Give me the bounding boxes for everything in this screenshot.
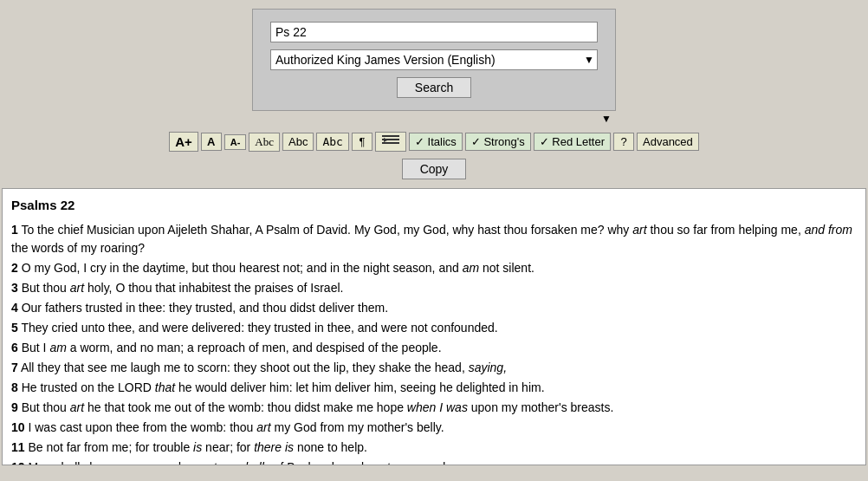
content-area[interactable]: Psalms 22 1 To the chief Musician upon A…: [2, 188, 866, 465]
font-larger-button[interactable]: A+: [169, 132, 198, 152]
svg-rect-0: [382, 135, 399, 137]
svg-marker-3: [384, 138, 388, 142]
italics-button[interactable]: ✓ Italics: [409, 133, 463, 151]
table-row: 10 I was cast upon thee from the womb: t…: [11, 419, 857, 437]
version-select-wrapper: Authorized King James Version (English) …: [270, 49, 598, 70]
table-row: 6 But I am a worm, and no man; a reproac…: [11, 339, 857, 357]
table-row: 11 Be not far from me; for trouble is ne…: [11, 439, 857, 457]
help-button[interactable]: ?: [613, 133, 634, 151]
table-row: 3 But thou art holy, O thou that inhabit…: [11, 279, 857, 297]
font-serif-button[interactable]: Abc: [249, 133, 280, 152]
indent-button[interactable]: [375, 132, 406, 152]
search-input[interactable]: [270, 22, 598, 42]
table-row: 2 O my God, I cry in the daytime, but th…: [11, 259, 857, 277]
toolbar-row: A+ A A- Abc Abc Abc ¶ ✓ Italics ✓ Strong…: [169, 132, 699, 152]
copy-row: Copy: [402, 159, 467, 179]
table-row: 9 But thou art he that took me out of th…: [11, 399, 857, 417]
version-select[interactable]: Authorized King James Version (English) …: [270, 49, 598, 70]
search-btn-row: Search: [270, 77, 598, 98]
indent-icon: [381, 134, 400, 146]
advanced-arrow-row: ▼: [252, 113, 616, 125]
redletter-button[interactable]: ✓ Red Letter: [534, 133, 611, 151]
copy-button[interactable]: Copy: [402, 159, 467, 179]
table-row: 8 He trusted on the LORD that he would d…: [11, 379, 857, 397]
search-box: Authorized King James Version (English) …: [252, 9, 616, 111]
font-smaller-button[interactable]: A-: [224, 134, 247, 150]
font-mono-button[interactable]: Abc: [316, 133, 348, 151]
table-row: 7 All they that see me laugh me to scorn…: [11, 359, 857, 377]
table-row: 12 Many bulls have compassed me: strong …: [11, 458, 857, 466]
verses-container: 1 To the chief Musician upon Aijeleth Sh…: [11, 221, 857, 466]
font-bold-button[interactable]: A: [201, 133, 222, 151]
pilcrow-button[interactable]: ¶: [352, 133, 372, 151]
top-area: Authorized King James Version (English) …: [0, 0, 868, 188]
table-row: 5 They cried unto thee, and were deliver…: [11, 319, 857, 337]
font-sans-button[interactable]: Abc: [282, 133, 314, 151]
table-row: 1 To the chief Musician upon Aijeleth Sh…: [11, 221, 857, 257]
advanced-dropdown-arrow[interactable]: ▼: [601, 113, 612, 125]
advanced-button[interactable]: Advanced: [637, 133, 699, 151]
svg-rect-2: [382, 142, 399, 144]
psalm-title: Psalms 22: [11, 196, 857, 216]
search-button[interactable]: Search: [397, 77, 471, 98]
strongs-button[interactable]: ✓ Strong's: [465, 133, 531, 151]
table-row: 4 Our fathers trusted in thee: they trus…: [11, 299, 857, 317]
